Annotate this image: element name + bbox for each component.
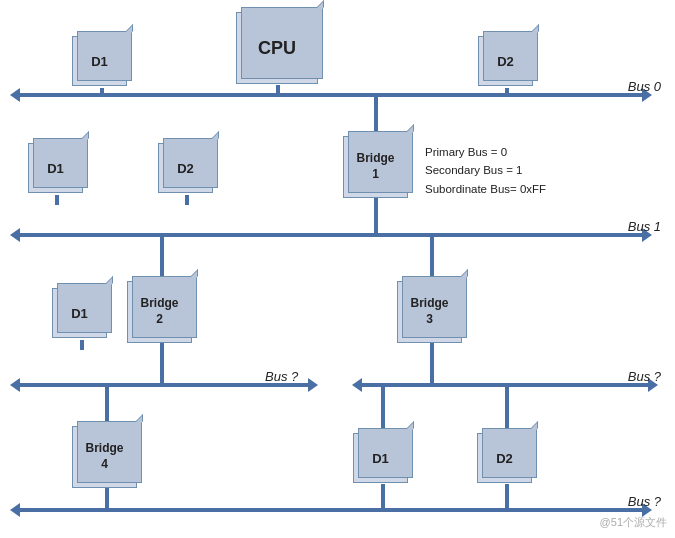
box-d1-row1: D1 [28, 143, 83, 193]
bus3-arrow [18, 508, 644, 512]
watermark: @51个源文件 [600, 515, 667, 530]
bus3-label: Bus ? [628, 494, 661, 509]
box-cpu: CPU [236, 12, 318, 84]
bus1-label: Bus 1 [628, 219, 661, 234]
vline-bridge2-up [160, 342, 164, 384]
box-d1-row2: D1 [52, 288, 107, 338]
box-d2-row1: D2 [158, 143, 213, 193]
box-d2-row3: D2 [477, 433, 532, 483]
bus0-arrow [18, 93, 644, 97]
vline-d1-row2 [80, 340, 84, 350]
vline-bridge1-up [374, 197, 378, 235]
bus2a-label: Bus ? [265, 369, 298, 384]
box-bridge3: Bridge3 [397, 281, 462, 343]
box-bridge2: Bridge2 [127, 281, 192, 343]
box-bridge4: Bridge4 [72, 426, 137, 488]
bus0-label: Bus 0 [628, 79, 661, 94]
bus2b-label: Bus ? [628, 369, 661, 384]
box-d2-row0: D2 [478, 36, 533, 86]
box-bridge1: Bridge1 [343, 136, 408, 198]
vline-d1-row1 [55, 195, 59, 205]
box-d1-row0: D1 [72, 36, 127, 86]
vline-bridge3-up [430, 342, 434, 384]
vline-d2-row3-up [505, 484, 509, 510]
vline-d1-row3-up [381, 484, 385, 510]
vline-d2-row1 [185, 195, 189, 205]
bridge1-info: Primary Bus = 0 Secondary Bus = 1 Subord… [425, 143, 546, 198]
bus2b-arrow [360, 383, 650, 387]
vline-bridge4-up [105, 487, 109, 510]
bus1-arrow [18, 233, 644, 237]
diagram: Bus 0 Bus 1 Bus ? Bus ? Bus ? D1 CP [0, 0, 675, 538]
box-d1-row3: D1 [353, 433, 408, 483]
